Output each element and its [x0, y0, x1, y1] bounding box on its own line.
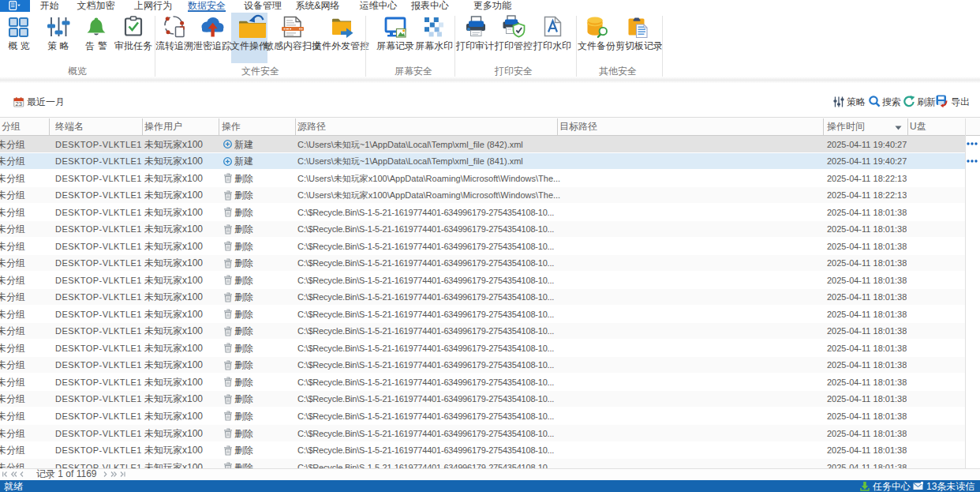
svg-text:23: 23: [16, 100, 22, 107]
